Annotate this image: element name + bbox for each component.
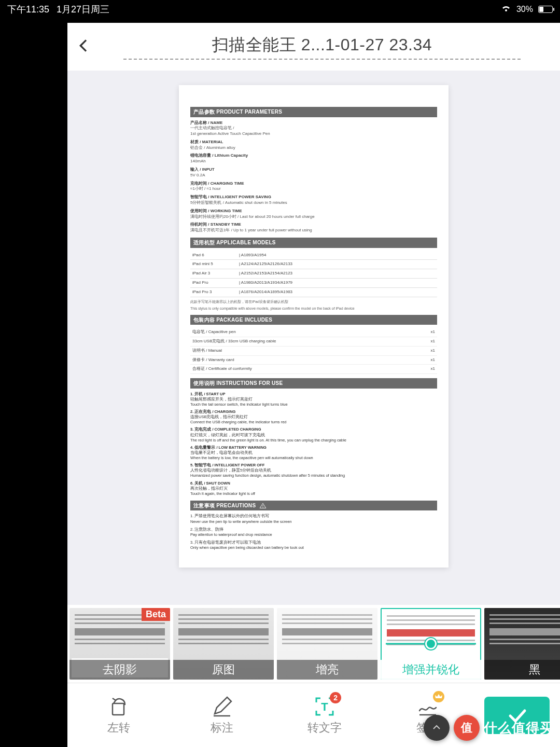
table-row: iPad 6| A1893/A1954 [190,251,437,260]
annotate-button[interactable]: 标注 [171,695,274,736]
package-row: 保修卡 / Warranty cardx1 [190,356,437,365]
scanned-page: 产品参数 PRODUCT PARAMETERS 产品名称 / NAME一代主动式… [179,85,449,568]
spec-item: 锂电池容量 / Lithium Capacity140mAh [190,153,437,164]
models-note-cn: 此款手写笔不能兼容以上的机型，请在iPad设备背后确认机型 [190,299,437,304]
tool-label: 转文字 [307,720,342,736]
package-row: 电容笔 / Capacitive penx1 [190,328,437,337]
header: 扫描全能王 2...1-01-27 23.34 [67,23,560,71]
spec-item: 充电时间 / CHARGING TIME≈1小时 / ≈1 hour [190,181,437,192]
filter-sharpen[interactable]: 增强并锐化 [381,608,481,680]
tool-label: 标注 [211,720,233,736]
pencil-icon [211,695,233,718]
battery-percent: 30% [516,5,533,14]
status-date: 1月27日周三 [57,3,109,16]
tool-label: 左转 [107,720,130,736]
package-row: 合格证 / Certificate of conformityx1 [190,365,437,374]
instruction-item: 6. 关机 / SHUT DOWN再次轻触，指示灯灭Touch it again… [190,481,437,496]
ocr-button[interactable]: T 2 转文字 [273,695,376,736]
precaution-item: 2. 注意防水、防摔Pay attention to waterproof an… [190,527,437,537]
svg-rect-2 [113,703,124,715]
crown-icon [433,691,444,702]
table-row: iPad mini 5| A2124/A2125/A2126/A2133 [190,260,437,269]
scroll-top-button[interactable] [424,715,450,741]
section-header-parameters: 产品参数 PRODUCT PARAMETERS [190,107,437,117]
section-header-instructions: 使用说明 INSTRUCTIONS FOR USE [190,378,437,389]
table-row: iPad Pro 3| A1876/A2014/A1895/A1983 [190,287,437,297]
instruction-item: 4. 低电量警示 / LOW BATTERY WARNING当电量不足时，电容笔… [190,445,437,461]
document-title-input[interactable]: 扫描全能王 2...1-01-27 23.34 [123,34,521,60]
status-time: 下午11:35 [7,3,49,16]
ocr-badge: 2 [330,692,341,703]
filter-strip[interactable]: Beta 去阴影 原图 增亮 增强并锐化 黑 [67,605,560,683]
models-note-en: This stylus is only compatible with abov… [190,306,437,311]
filter-deshadow[interactable]: Beta 去阴影 [69,608,170,680]
filter-brighten[interactable]: 增亮 [277,608,377,680]
warning-icon [259,503,267,509]
wifi-icon [501,4,511,15]
instruction-item: 5. 智能节电 / INTELLIGENT POWER OFF人性化省电功能设计… [190,463,437,478]
section-header-precautions: 注意事项 PRECAUTIONS [190,501,437,511]
package-row: 说明书 / Manualx1 [190,347,437,356]
slider-handle[interactable] [425,638,437,649]
filter-bw[interactable]: 黑 [484,608,560,680]
filter-label: 去阴影 [69,660,170,680]
spec-item: 智能节电 / INTELLIGENT POWER SAVING5分钟后智能关机 … [190,195,437,206]
back-button[interactable] [76,37,92,56]
instruction-item: 3. 充电完成 / COMPLETED CHARGING红灯熄灭，绿灯亮起，此时… [190,427,437,442]
status-bar: 下午11:35 1月27日周三 30% [0,0,560,19]
signature-icon [416,695,439,718]
filter-label: 原图 [173,660,274,680]
table-row: iPad Air 3| A2152/A2153/A2154/A2123 [190,269,437,279]
beta-badge: Beta [142,608,170,621]
instruction-item: 2. 正在充电 / CHARGING连接USB充电线，指示灯亮红灯Connect… [190,409,437,425]
filter-label: 增强并锐化 [381,660,481,680]
text-scan-icon: T 2 [313,695,336,718]
watermark-text: 什么值得买 [484,719,554,737]
table-row: iPad Pro| A1980/A2013/A1934/A1979 [190,278,437,287]
rotate-icon [107,695,130,718]
spec-item: 使用时间 / WORKING TIME满电时持续使用约20小时 / Last f… [190,209,437,220]
spec-item: 产品名称 / NAME一代主动式触控电容笔 /1st generation Ac… [190,120,437,137]
watermark: 值 什么值得买 [424,715,554,741]
battery-icon [538,6,553,13]
spec-item: 输入 / INPUT5V 0.2A [190,167,437,178]
filter-original[interactable]: 原图 [173,608,274,680]
svg-text:T: T [321,700,329,713]
spec-item: 材质 / MATERIAL铝合金 / Aluminium alloy [190,140,437,151]
filter-label: 黑 [484,660,560,680]
precaution-item: 1. 严禁使用笔尖在屏幕以外的任何地方书写Never use the pen t… [190,514,437,524]
svg-point-1 [263,507,263,508]
filter-label: 增亮 [277,660,377,680]
instruction-item: 1. 开机 / START UP轻触尾部感应开关，指示灯亮蓝灯Touch the… [190,392,437,407]
spec-item: 待机时间 / STANDBY TIME满电且不开机可达1年 / Up to 1 … [190,222,437,233]
preview-area[interactable]: 产品参数 PRODUCT PARAMETERS 产品名称 / NAME一代主动式… [67,71,560,605]
precaution-item: 3. 只有在电容笔废弃时才可以取下电池Only when capacitive … [190,540,437,550]
smzdm-logo: 值 [454,715,480,741]
rotate-left-button[interactable]: 左转 [67,695,171,736]
section-header-models: 适用机型 APPLICABLE MODELS [190,238,437,248]
section-header-package: 包装内容 PACKAGE INCLUDES [190,315,437,325]
app-window: 扫描全能王 2...1-01-27 23.34 产品参数 PRODUCT PAR… [67,23,560,747]
package-row: 33cm USB充电线 / 33cm USB charging cablex1 [190,337,437,347]
